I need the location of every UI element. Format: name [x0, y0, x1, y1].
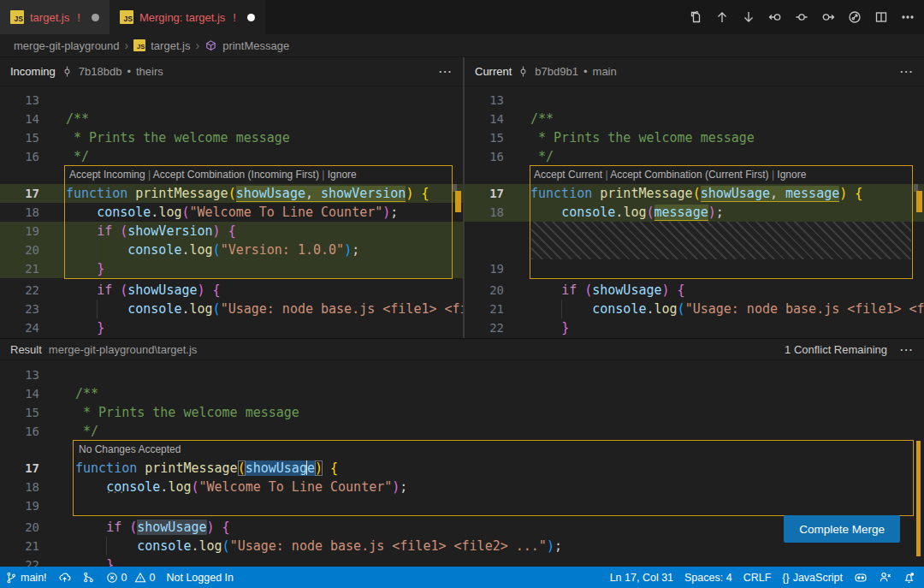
code-line[interactable]: 15 * Prints the welcome message: [465, 128, 924, 147]
code-line[interactable]: 18 console.log("Welcome To Line Counter"…: [0, 203, 463, 222]
copilot-item[interactable]: [854, 567, 868, 588]
tab-target-js[interactable]: JS target.js !: [0, 0, 110, 34]
code-line[interactable]: 19: [0, 496, 924, 515]
merge-action-link[interactable]: Ignore: [777, 169, 806, 181]
code-line[interactable]: 17function printMessage(showUsage) {: [0, 459, 924, 478]
breadcrumb-folder[interactable]: merge-git-playground: [14, 39, 120, 52]
code-text: function printMessage(showUsage) {: [75, 459, 338, 478]
tab-label: Merging: target.js: [139, 11, 225, 24]
code-line[interactable]: 19 if (showVersion) {: [0, 222, 463, 241]
indentation-item[interactable]: Spaces: 4: [684, 567, 732, 588]
line-number: 19: [0, 222, 39, 241]
line-number: 17: [0, 184, 39, 203]
code-line[interactable]: 16 */: [0, 422, 924, 441]
code-line[interactable]: 17function printMessage(showUsage, showV…: [0, 184, 463, 203]
code-line[interactable]: 24 }: [0, 318, 463, 337]
chevron-right-icon: ›: [125, 39, 129, 52]
tab-merging-target-js[interactable]: JS Merging: target.js !: [110, 0, 265, 34]
token: ): [662, 282, 670, 298]
incoming-editor[interactable]: 1314/**15 * Prints the welcome message16…: [0, 86, 463, 338]
code-line[interactable]: 14/**: [0, 384, 924, 403]
code-line[interactable]: 15 * Prints the welcome message: [0, 403, 924, 422]
merge-base-icon[interactable]: [847, 9, 862, 25]
line-number: 22: [0, 281, 39, 300]
split-editor-icon[interactable]: [874, 9, 889, 25]
problems-item[interactable]: 0 0: [106, 567, 156, 588]
arrow-down-icon[interactable]: [741, 9, 756, 25]
merge-action-link[interactable]: Accept Combination (Current First): [610, 169, 768, 181]
current-editor[interactable]: 1314/**15 * Prints the welcome message16…: [465, 86, 924, 338]
token: [670, 282, 678, 298]
current-conflict-icon[interactable]: [794, 9, 809, 25]
merge-action-link[interactable]: Accept Current: [534, 169, 602, 181]
cursor-position-item[interactable]: Ln 17, Col 31: [610, 567, 673, 588]
modified-dot[interactable]: [247, 14, 255, 21]
modified-dot[interactable]: [92, 14, 99, 21]
code-line[interactable]: 21 }: [0, 259, 463, 278]
notifications-item[interactable]: [903, 567, 915, 588]
code-line[interactable]: 22 }: [0, 555, 924, 567]
previous-conflict-icon[interactable]: [767, 9, 783, 25]
breadcrumb-file[interactable]: target.js: [151, 39, 190, 52]
more-actions-icon[interactable]: ⋯: [899, 342, 914, 358]
more-actions-icon[interactable]: ⋯: [438, 63, 453, 80]
arrow-up-icon[interactable]: [714, 9, 730, 25]
merge-action-link[interactable]: Accept Incoming: [69, 169, 145, 181]
code-line[interactable]: 13: [0, 91, 463, 110]
line-number: 20: [0, 518, 39, 537]
token: printMessage: [600, 186, 692, 201]
code-line[interactable]: 20 console.log("Version: 1.0.0");: [0, 241, 463, 259]
git-branch-item[interactable]: main!: [5, 567, 47, 588]
code-line[interactable]: 17function printMessage(showUsage, messa…: [465, 184, 924, 203]
code-line[interactable]: 14/**: [0, 110, 463, 128]
token: log: [168, 479, 191, 495]
token: (: [693, 186, 701, 201]
merge-action-link[interactable]: Ignore: [328, 169, 357, 181]
code-line[interactable]: 19: [465, 259, 924, 278]
complete-merge-button[interactable]: Complete Merge: [784, 515, 900, 543]
code-line[interactable]: 13: [0, 365, 924, 384]
code-line[interactable]: 14/**: [465, 110, 924, 128]
code-text: function printMessage(showUsage, message…: [530, 184, 862, 203]
code-line[interactable]: 22 if (showUsage) {: [0, 281, 463, 300]
sync-changes-item[interactable]: [58, 567, 71, 588]
code-line[interactable]: 16 */: [465, 147, 924, 166]
result-file-path: merge-git-playground\target.js: [49, 343, 197, 356]
cursor-position-label: Ln 17, Col 31: [610, 572, 673, 584]
code-line[interactable]: 16 */: [0, 147, 463, 166]
code-line[interactable]: 23 console.log("Usage: node base.js <fil…: [0, 300, 463, 318]
merge-action-link[interactable]: Accept Combination (Incoming First): [153, 169, 319, 181]
token: "Usage: node base.js <file1> <file2> ...…: [221, 301, 463, 317]
code-line[interactable]: 22 }: [465, 318, 924, 337]
token: ): [708, 205, 716, 220]
token: (: [584, 282, 592, 298]
code-line[interactable]: 15 * Prints the welcome message: [0, 128, 463, 147]
line-number: 17: [0, 459, 39, 478]
eol-item[interactable]: CRLF: [743, 567, 772, 588]
git-graph-item[interactable]: [82, 567, 95, 588]
overview-ruler[interactable]: [913, 360, 924, 567]
token: */: [75, 424, 98, 439]
more-actions-icon[interactable]: ⋯: [899, 63, 914, 80]
code-line[interactable]: 20 if (showUsage) {: [465, 281, 924, 300]
overview-ruler[interactable]: [913, 86, 924, 338]
breadcrumb-symbol[interactable]: printMessage: [222, 39, 289, 52]
more-actions-icon[interactable]: [900, 9, 915, 25]
language-mode-item[interactable]: {} JavaScript: [782, 567, 843, 588]
token: ): [547, 538, 554, 554]
token: }: [97, 261, 104, 276]
code-line[interactable]: 18 console.log(message);: [465, 203, 924, 222]
line-number: 20: [465, 281, 504, 300]
feedback-item[interactable]: [879, 567, 891, 588]
token: .: [181, 242, 189, 258]
code-text: if (showVersion) {: [66, 222, 236, 241]
overview-ruler[interactable]: [452, 86, 463, 338]
next-conflict-icon[interactable]: [820, 9, 836, 25]
code-line[interactable]: 18 console.log("Welcome To Line Counter"…: [0, 478, 924, 496]
code-line[interactable]: 21 console.log("Usage: node base.js <fil…: [465, 300, 924, 318]
token: [592, 186, 600, 201]
login-status-item[interactable]: Not Logged In: [166, 567, 234, 588]
open-file-icon[interactable]: [688, 9, 703, 25]
symbol-method-icon: [204, 39, 217, 52]
code-line[interactable]: 13: [465, 91, 924, 110]
